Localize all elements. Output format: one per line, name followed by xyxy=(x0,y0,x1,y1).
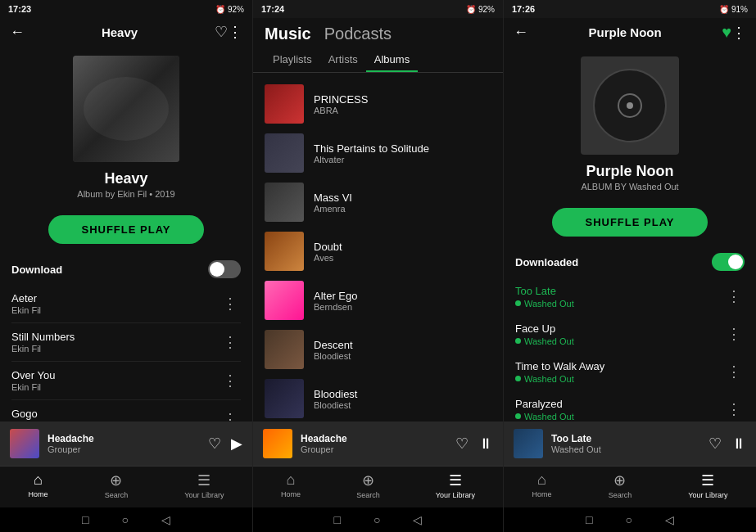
now-playing-bar-2[interactable]: Headache Grouper ♡ ⏸ xyxy=(253,422,503,466)
np-heart-2[interactable]: ♡ xyxy=(455,435,469,453)
p3-track-item-4[interactable]: Paralyzed Washed Out ⋮ xyxy=(504,390,756,422)
nav-library-3[interactable]: ☰ Your Library xyxy=(688,471,727,499)
p3-track-item-3[interactable]: Time to Walk Away Washed Out ⋮ xyxy=(504,353,756,390)
p3-track-info-4: Paralyzed Washed Out xyxy=(515,398,723,422)
album-list-item-2[interactable]: This Pertains to Solitude Altvater xyxy=(265,128,491,178)
p3-track-name-1: Too Late xyxy=(515,285,723,297)
nav-search-2[interactable]: ⊕ Search xyxy=(356,471,380,499)
track-more-4[interactable]: ⋮ xyxy=(220,407,241,422)
np-title-1: Headache xyxy=(48,433,200,444)
album-list-item-6[interactable]: Descent Bloodiest xyxy=(265,325,491,374)
p3-track-artist-row-2: Washed Out xyxy=(515,336,723,346)
album-list-artist-3: Amenra xyxy=(314,204,491,214)
sys-circle-1[interactable]: ○ xyxy=(122,513,129,526)
p3-artist-4: Washed Out xyxy=(524,412,574,422)
track-artist-1: Ekin Fil xyxy=(11,305,220,315)
p3-track-more-4[interactable]: ⋮ xyxy=(723,397,745,422)
track-more-2[interactable]: ⋮ xyxy=(220,330,241,354)
track-more-1[interactable]: ⋮ xyxy=(220,291,241,316)
tab-albums[interactable]: Albums xyxy=(366,50,418,72)
track-item-1[interactable]: Aeter Ekin Fil ⋮ xyxy=(11,285,241,323)
tab-playlists[interactable]: Playlists xyxy=(265,50,320,72)
nav-library-2[interactable]: ☰ Your Library xyxy=(436,471,475,499)
track-info-1: Aeter Ekin Fil xyxy=(11,292,220,315)
album-list-artist-6: Bloodiest xyxy=(314,351,491,361)
header-1: ← Heavy ♡ ⋮ xyxy=(0,18,252,46)
nav-home-3[interactable]: ⌂ Home xyxy=(532,471,552,499)
tab-artists[interactable]: Artists xyxy=(320,50,366,72)
track-item-4[interactable]: Gogo Ekin Fil ⋮ xyxy=(11,400,241,422)
nav-home-1[interactable]: ⌂ Home xyxy=(29,471,48,499)
album-list-info-3: Mass VI Amenra xyxy=(314,192,491,214)
np-heart-3[interactable]: ♡ xyxy=(708,435,722,453)
nav-home-2[interactable]: ⌂ Home xyxy=(281,471,301,499)
sys-back-3[interactable]: ◁ xyxy=(665,513,674,526)
p3-track-info-2: Face Up Washed Out xyxy=(515,322,723,346)
p3-artist-2: Washed Out xyxy=(524,336,574,346)
np-pause-3[interactable]: ⏸ xyxy=(731,435,746,453)
system-buttons-3: □ ○ ◁ xyxy=(504,507,756,532)
track-item-2[interactable]: Still Numbers Ekin Fil ⋮ xyxy=(11,323,241,362)
np-play-1[interactable]: ▶ xyxy=(231,435,242,453)
nav-search-1[interactable]: ⊕ Search xyxy=(105,471,129,499)
more-button-3[interactable]: ⋮ xyxy=(731,24,746,42)
back-button-3[interactable]: ← xyxy=(514,24,528,41)
back-button-1[interactable]: ← xyxy=(10,24,25,41)
track-name-2: Still Numbers xyxy=(11,331,220,343)
nav-home-label-2: Home xyxy=(281,490,301,498)
p3-track-more-1[interactable]: ⋮ xyxy=(723,284,745,309)
more-button-1[interactable]: ⋮ xyxy=(228,23,242,41)
p3-track-more-2[interactable]: ⋮ xyxy=(723,322,745,346)
shuffle-button-1[interactable]: SHUFFLE PLAY xyxy=(48,215,203,244)
p3-track-item-1[interactable]: Too Late Washed Out ⋮ xyxy=(504,277,756,315)
sys-square-3[interactable]: □ xyxy=(586,513,592,526)
track-item-3[interactable]: Over You Ekin Fil ⋮ xyxy=(11,362,241,400)
album-art-3 xyxy=(581,56,679,155)
sys-back-1[interactable]: ◁ xyxy=(161,513,170,526)
album-list-item-7[interactable]: Bloodiest Bloodiest xyxy=(265,374,491,422)
download-toggle-1[interactable] xyxy=(208,260,241,278)
p3-track-info-3: Time to Walk Away Washed Out xyxy=(515,360,723,384)
downloaded-toggle-3[interactable] xyxy=(712,253,745,271)
nav-library-label-1: Your Library xyxy=(184,491,224,499)
tab-music[interactable]: Music xyxy=(265,25,311,43)
album-list-artist-2: Altvater xyxy=(314,155,491,165)
np-heart-1[interactable]: ♡ xyxy=(208,435,221,453)
tab-podcasts[interactable]: Podcasts xyxy=(324,25,392,43)
np-art-2 xyxy=(263,429,292,458)
nav-home-label-1: Home xyxy=(29,490,48,498)
sys-circle-3[interactable]: ○ xyxy=(626,513,632,526)
track-more-3[interactable]: ⋮ xyxy=(220,368,241,393)
search-icon-1: ⊕ xyxy=(110,471,122,489)
shuffle-button-3[interactable]: SHUFFLE PLAY xyxy=(552,208,707,237)
sys-square-2[interactable]: □ xyxy=(334,513,341,526)
nav-library-1[interactable]: ☰ Your Library xyxy=(184,471,224,499)
heart-button-3[interactable]: ♥ xyxy=(722,23,731,42)
p3-track-more-3[interactable]: ⋮ xyxy=(723,359,745,384)
panel-heavy: 17:23 ⏰ 92% ← Heavy ♡ ⋮ Heavy Album by E… xyxy=(0,0,252,532)
album-title-1: Heavy xyxy=(104,170,147,187)
p3-track-item-2[interactable]: Face Up Washed Out ⋮ xyxy=(504,315,756,353)
album-list-item-4[interactable]: Doubt Aves xyxy=(265,227,491,276)
page-title-1: Heavy xyxy=(25,25,215,39)
album-list-item-1[interactable]: PRINCESS ABRA xyxy=(265,79,491,128)
np-controls-1: ♡ ▶ xyxy=(208,435,242,453)
np-title-2: Headache xyxy=(301,433,447,444)
status-bar-3: 17:26 ⏰ 91% xyxy=(504,0,756,18)
sys-square-1[interactable]: □ xyxy=(82,513,88,526)
alarm-icon-2: ⏰ xyxy=(466,5,476,14)
track-info-4: Gogo Ekin Fil xyxy=(11,408,220,422)
nav-search-3[interactable]: ⊕ Search xyxy=(609,471,632,499)
album-list-item-3[interactable]: Mass VI Amenra xyxy=(265,178,491,227)
sys-circle-2[interactable]: ○ xyxy=(373,513,380,526)
sys-back-2[interactable]: ◁ xyxy=(413,513,422,526)
album-list-item-5[interactable]: Alter Ego Berndsen xyxy=(265,276,491,325)
np-artist-3: Washed Out xyxy=(551,444,700,454)
battery-3: 91% xyxy=(731,5,748,14)
heart-button-1[interactable]: ♡ xyxy=(215,23,228,41)
nav-search-label-3: Search xyxy=(609,491,632,499)
now-playing-bar-1[interactable]: Headache Grouper ♡ ▶ xyxy=(0,422,252,466)
now-playing-bar-3[interactable]: Too Late Washed Out ♡ ⏸ xyxy=(504,422,756,466)
battery-1: 92% xyxy=(228,5,244,14)
np-pause-2[interactable]: ⏸ xyxy=(478,435,493,453)
